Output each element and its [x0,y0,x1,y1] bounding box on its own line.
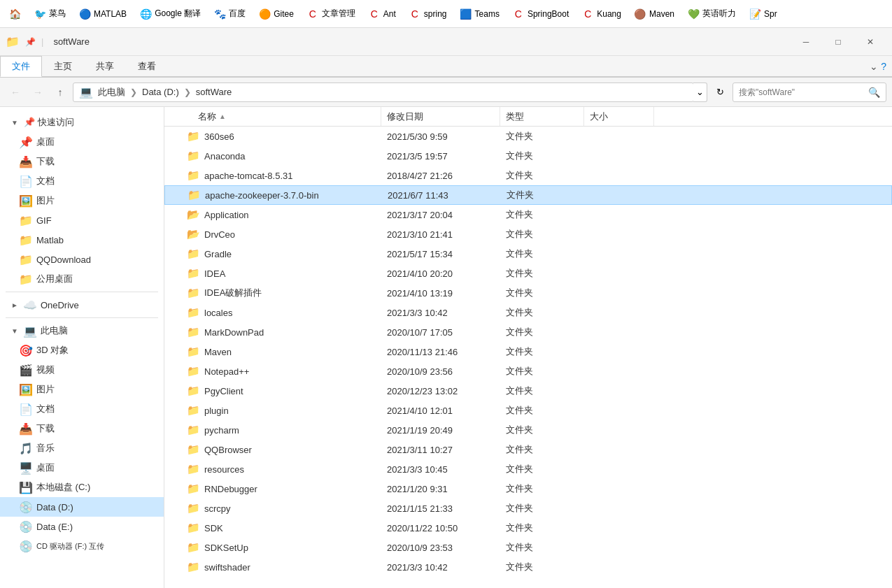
sidebar-item-cd-f[interactable]: 💿 CD 驱动器 (F:) 互传 [0,536,164,556]
sidebar-item-docs2[interactable]: 📄 文档 [0,399,164,419]
taskbar-gitee[interactable]: 🟠 Gitee [253,5,299,23]
sidebar-item-gif[interactable]: 📁 GIF [0,210,164,230]
address-pc[interactable]: 此电脑 [96,86,127,99]
sidebar-item-qqdownload[interactable]: 📁 QQDownload [0,250,164,269]
file-name-cell: 📁apache-zookeeper-3.7.0-bin [165,189,382,201]
sidebar-item-desktop[interactable]: 📌 桌面 [0,132,164,152]
sidebar-item-this-pc[interactable]: ▼ 💻 此电脑 [0,321,164,340]
taskbar-english[interactable]: 💚 英语听力 [681,5,742,23]
file-date-cell: 2021/3/3 10:45 [381,464,500,475]
table-row[interactable]: 📁scrcpy2021/1/15 21:33文件夹 [164,499,892,518]
table-row[interactable]: 📁MarkDownPad2020/10/7 17:05文件夹 [164,322,892,342]
search-box[interactable]: 🔍 [732,83,886,102]
maximize-button[interactable]: □ [822,28,854,56]
up-button[interactable]: ↑ [50,83,70,102]
table-row[interactable]: 📁swiftshader2021/3/3 10:42文件夹 [164,557,892,577]
folder-icon: 📁 [187,365,200,378]
table-row[interactable]: 📁PgyClient2020/12/23 13:02文件夹 [164,381,892,401]
file-name-text: swiftshader [204,562,250,573]
file-date-cell: 2021/4/10 13:19 [381,288,500,299]
table-row[interactable]: 📁Anaconda2021/3/5 19:57文件夹 [164,146,892,166]
sidebar-desktop-label: 桌面 [36,136,55,148]
table-row[interactable]: 📁360se62021/5/30 9:59文件夹 [164,127,892,146]
sidebar-item-matlab[interactable]: 📁 Matlab [0,230,164,250]
tab-view[interactable]: 查看 [126,56,168,77]
taskbar-baidu[interactable]: 🐾 百度 [208,5,251,23]
sidebar-item-3d[interactable]: 🎯 3D 对象 [0,340,164,360]
table-row[interactable]: 📁pycharm2021/1/19 20:49文件夹 [164,420,892,440]
sidebar-divider-1 [6,292,158,292]
search-input[interactable] [739,87,868,97]
taskbar-spring[interactable]: C spring [403,5,453,23]
forward-button[interactable]: → [28,83,48,102]
file-date-cell: 2021/3/10 21:41 [381,229,500,240]
address-dropdown-button[interactable]: ⌄ [693,83,707,102]
taskbar-home[interactable]: 🏠 [3,5,27,23]
table-row[interactable]: 📁plugin2021/4/10 12:01文件夹 [164,401,892,420]
table-row[interactable]: 📁resources2021/3/3 10:45文件夹 [164,459,892,479]
table-row[interactable]: 📁Gradle2021/5/17 15:34文件夹 [164,244,892,264]
table-row[interactable]: 📁Notepad++2020/10/9 23:56文件夹 [164,361,892,381]
table-row[interactable]: 📁apache-zookeeper-3.7.0-bin2021/6/7 11:4… [164,185,892,205]
sidebar-item-data-d[interactable]: 💿 Data (D:) [0,497,164,517]
col-header-date[interactable]: 修改日期 [381,107,500,126]
ribbon-help-icon[interactable]: ? [881,61,886,72]
taskbar-kuang[interactable]: C Kuang [576,5,627,23]
taskbar-jian[interactable]: 📝 Spr [743,5,783,23]
table-row[interactable]: 📁IDEA破解插件2021/4/10 13:19文件夹 [164,283,892,303]
file-date-cell: 2021/3/5 19:57 [381,151,500,162]
table-row[interactable]: 📂DrvCeo2021/3/10 21:41文件夹 [164,224,892,244]
docs-icon: 📄 [20,175,32,187]
minimize-button[interactable]: ─ [790,28,822,56]
back-button[interactable]: ← [6,83,25,102]
file-type-cell: 文件夹 [500,287,584,299]
sidebar-item-music[interactable]: 🎵 音乐 [0,438,164,458]
sidebar-item-local-c[interactable]: 💾 本地磁盘 (C:) [0,478,164,497]
sidebar-item-pics2[interactable]: 🖼️ 图片 [0,380,164,399]
onedrive-expand-icon: ► [11,301,18,309]
col-header-size[interactable]: 大小 [584,107,654,126]
table-row[interactable]: 📁Maven2020/11/13 21:46文件夹 [164,342,892,361]
sidebar-item-public-desktop[interactable]: 📁 公用桌面 [0,269,164,289]
col-header-type[interactable]: 类型 [500,107,584,126]
file-date-cell: 2020/10/7 17:05 [381,327,500,338]
table-row[interactable]: 📁RNDebugger2021/1/20 9:31文件夹 [164,479,892,499]
sidebar-item-onedrive[interactable]: ► ☁️ OneDrive [0,295,164,315]
taskbar-cainiao[interactable]: 🐦 菜鸟 [28,5,71,23]
table-row[interactable]: 📁SDKSetUp2020/10/9 23:53文件夹 [164,538,892,557]
ribbon-collapse-icon[interactable]: ⌄ [870,61,878,72]
taskbar-google-translate[interactable]: 🌐 Google 翻译 [134,5,206,23]
taskbar-teams[interactable]: 🟦 Teams [454,5,505,23]
baidu-icon: 🐾 [213,8,226,20]
tab-share[interactable]: 共享 [84,56,126,77]
table-row[interactable]: 📁SDK2020/11/22 10:50文件夹 [164,518,892,538]
sidebar-item-data-e[interactable]: 💿 Data (E:) [0,517,164,536]
refresh-button[interactable]: ↻ [710,83,730,102]
table-row[interactable]: 📁apache-tomcat-8.5.312018/4/27 21:26文件夹 [164,166,892,185]
table-row[interactable]: 📁QQBrowser2021/3/11 10:27文件夹 [164,440,892,459]
sidebar-item-downloads[interactable]: 📥 下载 [0,152,164,171]
close-button[interactable]: ✕ [854,28,886,56]
sidebar-item-downloads2[interactable]: 📥 下载 [0,419,164,438]
table-row[interactable]: 📂Application2021/3/17 20:04文件夹 [164,205,892,224]
tab-file[interactable]: 文件 [0,56,42,77]
address-data-d[interactable]: Data (D:) [140,87,181,97]
pics-icon: 🖼️ [20,194,32,207]
col-header-name[interactable]: 名称 ▲ [164,107,381,126]
file-date-cell: 2021/3/3 10:42 [381,562,500,573]
taskbar-maven[interactable]: 🟤 Maven [628,5,680,23]
sidebar-item-docs[interactable]: 📄 文档 [0,171,164,191]
sidebar-item-pics[interactable]: 🖼️ 图片 [0,191,164,210]
address-software[interactable]: softWare [194,87,234,97]
taskbar-matlab[interactable]: 🔵 MATLAB [73,5,132,23]
address-box[interactable]: 💻 此电脑 ❯ Data (D:) ❯ softWare [73,83,694,102]
table-row[interactable]: 📁locales2021/3/3 10:42文件夹 [164,303,892,322]
taskbar-article[interactable]: C 文章管理 [301,5,361,23]
sidebar-item-video[interactable]: 🎬 视频 [0,360,164,380]
taskbar-ant[interactable]: C Ant [362,5,402,23]
search-icon[interactable]: 🔍 [868,87,880,98]
taskbar-springboot[interactable]: C SpringBoot [507,5,574,23]
tab-home[interactable]: 主页 [42,56,84,77]
table-row[interactable]: 📁IDEA2021/4/10 20:20文件夹 [164,264,892,283]
sidebar-item-desktop2[interactable]: 🖥️ 桌面 [0,458,164,478]
